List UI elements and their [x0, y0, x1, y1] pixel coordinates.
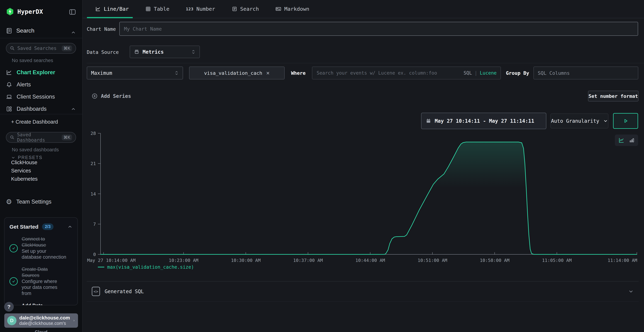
- granularity-value: Auto Granularity: [551, 118, 599, 124]
- svg-text:10:58:00 AM: 10:58:00 AM: [480, 258, 510, 263]
- laptop-icon: [6, 94, 12, 100]
- tab-number[interactable]: 123 Number: [186, 0, 215, 18]
- generated-sql-label: Generated SQL: [105, 288, 144, 294]
- svg-text:10:37:00 AM: 10:37:00 AM: [293, 258, 323, 263]
- chart-type-tabbar: Line/Bar Table 123 Number: [83, 0, 644, 18]
- svg-text:10:30:00 AM: 10:30:00 AM: [231, 258, 261, 263]
- lucene-mode-toggle[interactable]: Lucene: [480, 70, 496, 76]
- chevron-up-icon[interactable]: [71, 106, 76, 112]
- number-123-icon: 123: [186, 7, 194, 11]
- sidebar-item-team-settings[interactable]: ⚙ Team Settings: [6, 197, 52, 207]
- mode-toggle-separator: |: [474, 70, 477, 76]
- user-org-overflow-text: Cloud: [0, 330, 82, 332]
- divider: [0, 114, 82, 114]
- granularity-select[interactable]: Auto Granularity: [550, 114, 608, 128]
- set-number-format-button[interactable]: Set number format: [588, 91, 638, 102]
- get-started-card: Get Started 2/3 Connect to ClickHouse Se…: [4, 217, 78, 305]
- svg-text:10:51:00 AM: 10:51:00 AM: [418, 258, 447, 263]
- progress-badge: 2/3: [42, 224, 54, 230]
- svg-text:May 27 10:14:00 AM: May 27 10:14:00 AM: [87, 258, 136, 263]
- aggregation-select[interactable]: Maximum: [87, 66, 183, 80]
- data-source-value: Metrics: [142, 49, 164, 55]
- preset-services[interactable]: Services: [11, 168, 31, 174]
- legend-line-swatch: [98, 267, 104, 268]
- svg-text:14: 14: [90, 192, 96, 196]
- create-dashboard-button[interactable]: + Create Dashboard: [11, 119, 58, 125]
- table-icon: [145, 6, 151, 12]
- tab-markdown[interactable]: Markdown: [275, 0, 309, 18]
- presets-toggle[interactable]: PRESETS: [11, 155, 42, 160]
- step-desc: Set up your database connection: [22, 248, 66, 260]
- chevron-down-icon: [11, 156, 16, 160]
- user-menu[interactable]: D dale@clickhouse.com dale@clickhouse.co…: [4, 314, 78, 328]
- gear-icon: ⚙: [6, 198, 12, 205]
- group-by-label: Group By: [506, 70, 529, 76]
- sidebar-item-chart-explorer[interactable]: Chart Explorer: [6, 68, 55, 78]
- chart-name-input[interactable]: [119, 22, 638, 36]
- chevron-down-icon: [603, 118, 608, 123]
- collapse-sidebar-icon[interactable]: [69, 8, 76, 16]
- add-series-button[interactable]: Add Series: [92, 90, 131, 102]
- svg-text:10:44:00 AM: 10:44:00 AM: [356, 258, 385, 263]
- metric-tag[interactable]: visa_validation_cach ×: [189, 66, 284, 80]
- tab-label: Number: [196, 6, 215, 12]
- search-icon: [10, 46, 15, 51]
- team-settings-label: Team Settings: [16, 198, 51, 205]
- get-started-step-connect[interactable]: Connect to ClickHouse Set up your databa…: [10, 236, 72, 260]
- chevron-up-icon[interactable]: [71, 30, 76, 35]
- aggregation-value: Maximum: [91, 70, 112, 76]
- no-saved-dashboards-text: No saved dashboards: [12, 147, 59, 152]
- sidebar-item-dashboards[interactable]: Dashboards: [6, 104, 46, 114]
- where-search-box: SQL | Lucene: [312, 66, 501, 80]
- get-started-step-add-data[interactable]: 3 Add Data Start sending logs, metrics, …: [10, 303, 72, 305]
- remove-metric-icon[interactable]: ×: [266, 70, 270, 76]
- preset-clickhouse[interactable]: ClickHouse: [11, 160, 38, 166]
- chevron-down-icon[interactable]: [628, 289, 634, 294]
- generated-sql-section[interactable]: <> Generated SQL: [87, 281, 639, 302]
- run-query-button[interactable]: [613, 113, 638, 129]
- date-range-value: May 27 10:14:11 - May 27 11:14:11: [435, 118, 534, 124]
- chevron-up-icon[interactable]: [68, 224, 72, 229]
- bell-icon: [6, 82, 12, 88]
- brand-name: HyperDX: [17, 8, 43, 15]
- shortcut-badge: ⌘K: [62, 134, 72, 140]
- calendar-icon: [426, 118, 431, 124]
- get-started-title: Get Started: [10, 224, 38, 230]
- tab-line-bar[interactable]: Line/Bar: [95, 0, 129, 18]
- timeseries-chart[interactable]: 07142128May 27 10:14:00 AM10:23:00 AM10:…: [83, 129, 644, 272]
- chevron-right-icon: [73, 318, 75, 323]
- data-source-label: Data Source: [87, 49, 119, 55]
- line-chart-icon: [6, 69, 12, 76]
- svg-text:7: 7: [93, 222, 96, 227]
- add-series-label: Add Series: [101, 93, 131, 99]
- get-started-header[interactable]: Get Started 2/3: [10, 224, 72, 230]
- shortcut-badge: ⌘K: [62, 46, 72, 51]
- chart-name-label: Chart Name: [87, 26, 116, 32]
- tab-search[interactable]: Search: [232, 0, 259, 18]
- tab-label: Markdown: [284, 6, 309, 12]
- sidebar: HyperDX Search Saved Searches: [0, 0, 83, 332]
- chart-legend[interactable]: max(visa_validation_cache.size): [98, 264, 194, 270]
- group-by-input[interactable]: [534, 66, 638, 80]
- saved-dashboards-input[interactable]: Saved Dashboards ⌘K: [6, 132, 76, 143]
- saved-searches-placeholder: Saved Searches: [17, 46, 56, 51]
- get-started-step-datasources[interactable]: Create Data Sources Configure where your…: [10, 266, 72, 296]
- app-window: HyperDX Search Saved Searches: [0, 0, 644, 332]
- brand-logo[interactable]: HyperDX: [6, 8, 43, 16]
- tab-table[interactable]: Table: [145, 0, 170, 18]
- preset-kubernetes[interactable]: Kubernetes: [11, 176, 38, 182]
- code-icon: <>: [92, 287, 100, 296]
- sidebar-section-search[interactable]: Search: [6, 27, 34, 34]
- sidebar-item-client-sessions[interactable]: Client Sessions: [6, 92, 55, 102]
- svg-text:10:23:00 AM: 10:23:00 AM: [169, 258, 198, 263]
- where-search-input[interactable]: [316, 70, 461, 76]
- saved-searches-input[interactable]: Saved Searches ⌘K: [6, 43, 76, 54]
- date-range-picker[interactable]: May 27 10:14:11 - May 27 11:14:11: [421, 113, 546, 129]
- saved-dashboards-placeholder: Saved Dashboards: [17, 132, 59, 143]
- svg-text:0: 0: [93, 252, 96, 257]
- help-button[interactable]: ?: [4, 302, 14, 312]
- hyperdx-logo-icon: [6, 8, 14, 16]
- data-source-select[interactable]: Metrics: [130, 46, 200, 58]
- sidebar-item-alerts[interactable]: Alerts: [6, 80, 31, 90]
- sql-mode-toggle[interactable]: SQL: [464, 70, 472, 76]
